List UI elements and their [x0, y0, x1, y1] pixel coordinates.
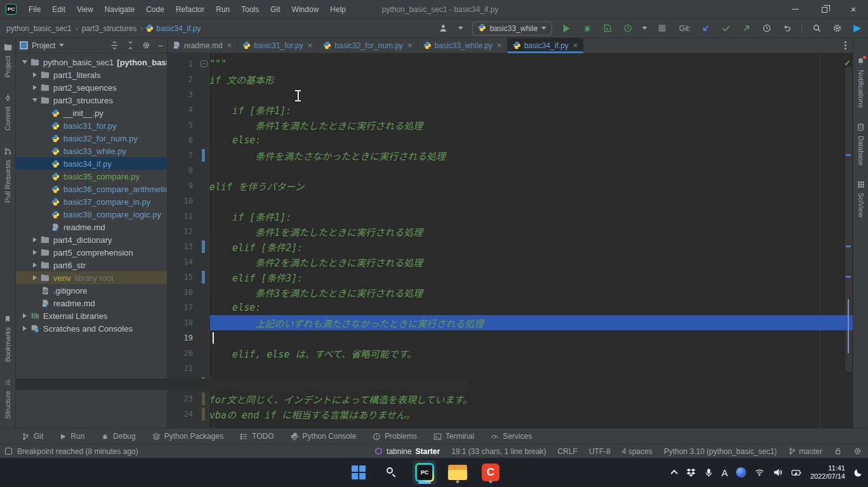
restore-button[interactable] [810, 0, 839, 19]
tree-item-basic34_if.py[interactable]: basic34_if.py [16, 157, 167, 170]
code-line-16[interactable]: 16 条件3を満たしたときに実行される処理 [168, 285, 853, 300]
tab-basic31_for.py[interactable]: basic31_for.py× [237, 38, 318, 53]
tree-item-readme.md[interactable]: MDreadme.md [16, 297, 167, 309]
local-history-icon[interactable] [761, 23, 772, 34]
run-button[interactable] [561, 23, 572, 34]
code-line-23[interactable]: 23for文と同じく、インデントによって構造を表現しています。 [168, 391, 853, 406]
tool-stripe-database[interactable]: Database [857, 123, 865, 166]
user-dropdown-chevron-icon[interactable] [458, 27, 463, 30]
indent-widget[interactable]: 4 spaces [622, 447, 652, 456]
code-line-15[interactable]: 15 elif [条件3]: [168, 269, 853, 285]
line-number[interactable]: 11 [168, 212, 195, 221]
line-number[interactable]: 13 [168, 242, 195, 251]
plugin-logo-icon[interactable] [852, 23, 863, 34]
menu-code[interactable]: Code [140, 0, 170, 19]
tab-basic33_while.py[interactable]: basic33_while.py× [418, 38, 508, 53]
lock-icon[interactable] [834, 447, 842, 455]
toolwindow-python-packages[interactable]: Python Packages [152, 432, 223, 441]
line-ending-widget[interactable]: CRLF [558, 447, 577, 456]
code-line-13[interactable]: 13 elif [条件2]: [168, 239, 853, 254]
chevron-expanded-icon[interactable] [30, 98, 40, 102]
chevron-collapsed-icon[interactable] [30, 85, 40, 90]
tool-stripe-notifications[interactable]: Notifications [857, 57, 865, 108]
panel-settings-gear-icon[interactable] [142, 41, 150, 49]
tool-stripe-project[interactable]: Project [4, 43, 12, 77]
menu-refactor[interactable]: Refactor [170, 0, 210, 19]
rollback-icon[interactable] [781, 23, 792, 34]
tree-item-basic38_compare_logic.py[interactable]: basic38_compare_logic.py [16, 208, 167, 221]
line-number[interactable]: 16 [168, 288, 195, 297]
menu-window[interactable]: Window [286, 0, 325, 19]
tool-stripe-structure[interactable]: Structure [4, 379, 11, 419]
wifi-icon[interactable] [754, 468, 765, 477]
tree-item-basic31_for.py[interactable]: basic31_for.py [16, 119, 167, 132]
dropbox-tray-icon[interactable] [686, 467, 696, 477]
code-line-17[interactable]: 17 else: [168, 300, 853, 315]
code-line-24[interactable]: 24vbaの end if に相当する言葉はありません。 [168, 406, 853, 422]
tab-close-icon[interactable]: × [308, 41, 313, 50]
chevron-collapsed-icon[interactable] [30, 263, 40, 268]
tab-close-icon[interactable]: × [227, 41, 232, 50]
tree-item-python_basic_sec1[interactable]: python_basic_sec1[python_basic]D:\ [16, 56, 167, 68]
toolwindow-python-console[interactable]: Python Console [291, 432, 357, 441]
collapse-all-icon[interactable] [126, 41, 135, 49]
tab-close-icon[interactable]: × [573, 41, 578, 50]
code-line-7[interactable]: 7 条件を満たさなかったときに実行される処理 [168, 148, 853, 163]
tree-item-part5_comprehension[interactable]: part5_comprehension [16, 246, 167, 259]
tree-item-part3_structures[interactable]: part3_structures [16, 94, 167, 107]
code-line-19[interactable]: 19 [168, 330, 853, 346]
interpreter-widget[interactable]: Python 3.10 (python_basic_sec1) [664, 447, 777, 456]
caret-position-widget[interactable]: 19:1 (33 chars, 1 line break) [451, 447, 546, 456]
breadcrumb-item[interactable]: python_basic_sec1 [5, 24, 73, 33]
tab-basic32_for_num.py[interactable]: basic32_for_num.py× [318, 38, 418, 53]
code-line-3[interactable]: 3 [168, 87, 853, 102]
tool-stripe-bookmarks[interactable]: Bookmarks [4, 315, 11, 362]
taskbar-explorer-app[interactable] [445, 460, 470, 484]
battery-icon[interactable] [791, 469, 802, 477]
git-push-icon[interactable] [740, 23, 752, 34]
minimize-button[interactable] [780, 0, 810, 19]
run-configuration-select[interactable]: basic33_while [472, 22, 552, 36]
panel-scrollbar-track[interactable] [16, 379, 468, 390]
account-tray-icon[interactable] [736, 467, 746, 477]
toolwindow-todo[interactable]: TODO [240, 432, 273, 441]
taskbar-search-button[interactable] [379, 460, 404, 484]
tab-readme.md[interactable]: MDreadme.md× [168, 38, 237, 53]
line-number[interactable]: 17 [168, 303, 195, 312]
tree-item-basic36_compare_arithmetic.py[interactable]: basic36_compare_arithmetic.py [16, 183, 167, 195]
stripe-change-mark[interactable] [846, 245, 851, 247]
code-line-5[interactable]: 5 条件1を満たしたときに実行される処理 [168, 117, 853, 133]
tree-item-part6_str[interactable]: part6_str [16, 259, 167, 271]
code-line-6[interactable]: 6 else: [168, 133, 853, 148]
line-number[interactable]: 8 [168, 166, 195, 175]
line-number[interactable]: 23 [168, 394, 195, 403]
breadcrumb-item[interactable]: part3_structures [81, 24, 138, 33]
run-with-coverage-button[interactable] [602, 23, 613, 34]
menu-file[interactable]: File [23, 0, 46, 19]
code-line-18[interactable]: 18 上記のいずれも満たさなかったときに実行される処理 [168, 315, 853, 330]
line-number[interactable]: 1 [168, 60, 195, 68]
toolwindow-problems[interactable]: Problems [372, 432, 417, 441]
line-number[interactable]: 15 [168, 273, 195, 282]
hide-panel-icon[interactable]: − [158, 41, 163, 51]
menu-view[interactable]: View [71, 0, 99, 19]
status-event-icon[interactable] [5, 448, 12, 455]
line-number[interactable]: 2 [168, 75, 195, 84]
line-number[interactable]: 6 [168, 136, 195, 145]
chevron-collapsed-icon[interactable] [20, 313, 30, 318]
git-update-icon[interactable] [700, 23, 711, 34]
tool-stripe-pull-requests[interactable]: Pull Requests [4, 147, 12, 203]
tabnine-status[interactable]: tabnine Starter [374, 447, 440, 456]
code-line-11[interactable]: 11 if [条件1]: [168, 209, 853, 224]
code-editor[interactable]: 1−"""2if 文の基本形34 if [条件1]:5 条件1を満たしたときに実… [168, 53, 853, 428]
tree-item-basic35_compare.py[interactable]: basic35_compare.py [16, 170, 167, 183]
profiler-dropdown-chevron-icon[interactable] [642, 27, 647, 30]
project-view-chevron-icon[interactable] [59, 44, 64, 47]
code-line-2[interactable]: 2if 文の基本形 [168, 72, 853, 87]
line-number[interactable]: 4 [168, 105, 195, 114]
breadcrumb-item[interactable]: basic34_if.py [145, 24, 201, 33]
volume-icon[interactable] [773, 468, 783, 477]
line-number[interactable]: 18 [168, 318, 195, 327]
tree-item-part4_dictionary[interactable]: part4_dictionary [16, 233, 167, 246]
taskbar-pycharm-app[interactable]: PC [412, 460, 437, 484]
